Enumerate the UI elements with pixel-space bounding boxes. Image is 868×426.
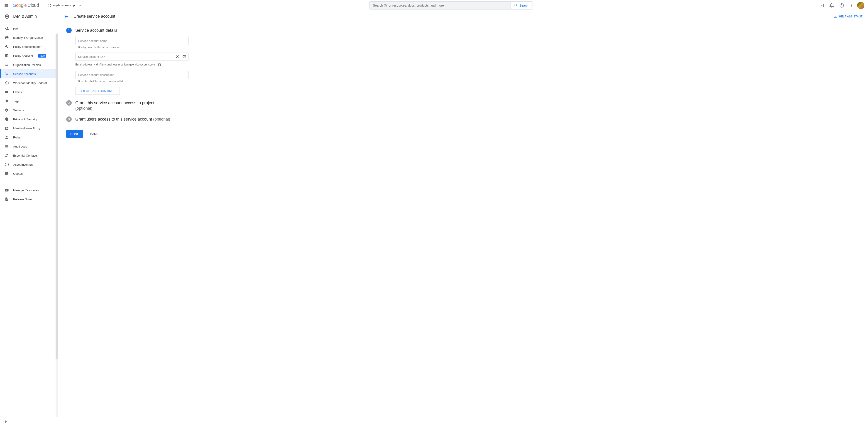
- sidebar-item-audit-logs[interactable]: Audit Logs: [0, 142, 58, 151]
- sidebar-scroll: IAMIdentity & OrganizationPolicy Trouble…: [0, 22, 58, 417]
- audit-icon: [4, 144, 9, 149]
- sidebar-item-privacy-security[interactable]: Privacy & Security: [0, 114, 58, 124]
- regenerate-id-button[interactable]: [181, 54, 187, 59]
- shield-icon: [4, 117, 9, 122]
- project-icon: [48, 4, 51, 7]
- sidebar-item-label: Essential Contacts: [13, 154, 38, 157]
- sidebar-item-label: Tags: [13, 99, 19, 103]
- search-icon: [514, 3, 518, 7]
- step-2-indicator: 2: [66, 100, 72, 117]
- search-button[interactable]: Search: [510, 1, 533, 9]
- sidebar-item-label: Labels: [13, 90, 22, 94]
- sidebar-item-quotas[interactable]: Quotas: [0, 169, 58, 178]
- service-account-icon: [4, 72, 9, 76]
- service-account-id-input[interactable]: [75, 53, 189, 61]
- google-cloud-logo[interactable]: Google Cloud: [13, 3, 39, 8]
- done-button[interactable]: DONE: [66, 130, 83, 138]
- manage-icon: [4, 188, 9, 192]
- page-header: Create service account HELP ASSISTANT: [58, 11, 868, 22]
- iam-admin-icon: [4, 14, 9, 19]
- step-2-title[interactable]: Grant this service account access to pro…: [75, 100, 860, 111]
- clear-id-button[interactable]: [175, 54, 180, 59]
- new-badge: NEW: [38, 54, 46, 58]
- analyzer-icon: [4, 54, 9, 58]
- notifications-button[interactable]: [827, 1, 836, 10]
- sidebar-item-identity-aware-proxy[interactable]: Identity-Aware Proxy: [0, 124, 58, 133]
- step-3-title[interactable]: Grant users access to this service accou…: [75, 117, 860, 122]
- header-icons: [817, 1, 866, 10]
- search-button-label: Search: [519, 4, 529, 7]
- sidebar-item-label: Audit Logs: [13, 145, 27, 148]
- nav-list: IAMIdentity & OrganizationPolicy Trouble…: [0, 22, 58, 180]
- back-button[interactable]: [63, 14, 69, 19]
- help-button[interactable]: [837, 1, 846, 10]
- sidebar-item-label: Asset Inventory: [13, 163, 34, 166]
- help-icon: [839, 3, 844, 8]
- name-helper-text: Display name for this service account: [75, 46, 189, 48]
- user-avatar[interactable]: [857, 2, 864, 9]
- label-icon: [4, 90, 9, 94]
- sidebar-item-label: Release Notes: [13, 198, 32, 201]
- service-account-name-input[interactable]: [75, 37, 189, 45]
- svg-rect-4: [820, 4, 824, 7]
- sidebar-item-workload-identity-federat[interactable]: Workload Identity Federat...: [0, 78, 58, 88]
- sidebar-item-label: Organization Policies: [13, 63, 41, 67]
- hamburger-menu[interactable]: [2, 1, 11, 10]
- cloud-shell-button[interactable]: [817, 1, 826, 10]
- description-helper-text: Describe what this service account will …: [75, 80, 189, 83]
- search-input[interactable]: [369, 1, 510, 9]
- more-vert-icon: [849, 3, 854, 8]
- quota-icon: [4, 171, 9, 176]
- sidebar-item-manage-resources[interactable]: Manage Resources: [0, 186, 58, 195]
- sidebar-item-essential-contacts[interactable]: Essential Contacts: [0, 151, 58, 160]
- sidebar-item-service-accounts[interactable]: Service Accounts: [0, 69, 58, 78]
- step-1-indicator: 1: [66, 28, 72, 100]
- sidebar-item-label: IAM: [13, 27, 19, 30]
- copy-email-button[interactable]: [157, 63, 161, 67]
- cancel-button[interactable]: CANCEL: [86, 130, 106, 138]
- sidebar-item-asset-inventory[interactable]: Asset Inventory: [0, 160, 58, 169]
- sidebar-item-label: Identity & Organization: [13, 36, 43, 39]
- asset-icon: [4, 162, 9, 167]
- sidebar-collapse[interactable]: [0, 417, 58, 426]
- gear-icon: [4, 108, 9, 112]
- sidebar-item-organization-policies[interactable]: Organization Policies: [0, 60, 58, 69]
- sidebar-item-identity-organization[interactable]: Identity & Organization: [0, 33, 58, 42]
- step-2: 2 Grant this service account access to p…: [66, 100, 860, 117]
- tag-icon: [4, 99, 9, 103]
- sidebar-item-policy-analyzer[interactable]: Policy AnalyzerNEW: [0, 51, 58, 60]
- sidebar-item-policy-troubleshooter[interactable]: Policy Troubleshooter: [0, 42, 58, 51]
- more-button[interactable]: [847, 1, 856, 10]
- create-and-continue-button[interactable]: CREATE AND CONTINUE: [75, 87, 120, 95]
- step-1-title: Service account details: [75, 28, 860, 33]
- person-circle-icon: [4, 35, 9, 40]
- sidebar-item-tags[interactable]: Tags: [0, 97, 58, 106]
- help-assistant-button[interactable]: HELP ASSISTANT: [834, 14, 863, 19]
- service-account-description-input[interactable]: [75, 71, 189, 79]
- sidebar-title: IAM & Admin: [13, 14, 37, 19]
- step-3-indicator: 3: [66, 117, 72, 127]
- sidebar-scrollbar[interactable]: [56, 34, 58, 417]
- workload-icon: [4, 81, 9, 85]
- sidebar-item-label: Roles: [13, 136, 21, 139]
- search-wrap: Search: [87, 1, 815, 9]
- project-selector[interactable]: my-business-rcpc: [45, 2, 85, 9]
- sidebar-item-roles[interactable]: Roles: [0, 133, 58, 142]
- sidebar-item-iam[interactable]: IAM: [0, 24, 58, 33]
- top-header: Google Cloud my-business-rcpc Search: [0, 0, 868, 11]
- step-1: 1 Service account details Display name f…: [66, 28, 860, 100]
- sidebar-item-settings[interactable]: Settings: [0, 106, 58, 114]
- contacts-icon: [4, 153, 9, 158]
- person-add-icon: [4, 26, 9, 31]
- sidebar-item-labels[interactable]: Labels: [0, 88, 58, 97]
- help-assistant-label: HELP ASSISTANT: [839, 15, 863, 18]
- svg-point-0: [49, 4, 50, 5]
- svg-point-2: [49, 6, 50, 7]
- sidebar-item-release-notes[interactable]: Release Notes: [0, 195, 58, 204]
- svg-point-1: [50, 4, 51, 5]
- step-3: 3 Grant users access to this service acc…: [66, 117, 860, 127]
- page-title: Create service account: [73, 14, 115, 19]
- sidebar-scrollbar-thumb[interactable]: [56, 34, 58, 359]
- chat-icon: [834, 14, 838, 19]
- list-icon: [4, 63, 9, 67]
